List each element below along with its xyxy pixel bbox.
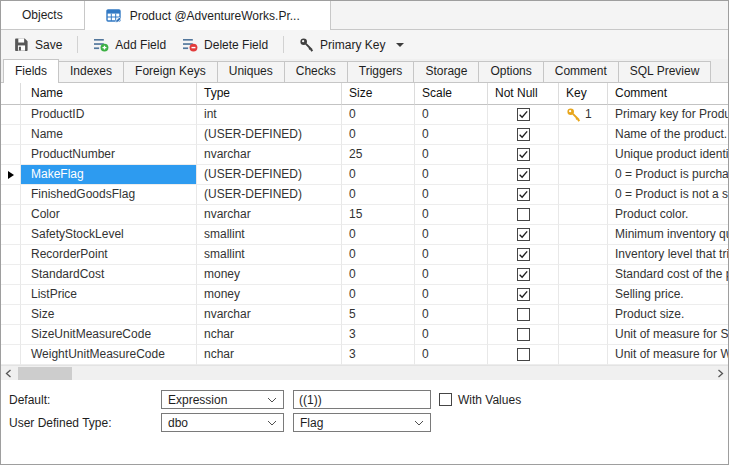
default-value-input[interactable]	[293, 390, 431, 409]
scrollbar-thumb[interactable]	[18, 367, 72, 380]
field-row-makeflag[interactable]: MakeFlag(USER-DEFINED)000 = Product is p…	[1, 165, 728, 185]
field-scale-cell[interactable]: 0	[415, 125, 488, 145]
not-null-checkbox[interactable]	[517, 208, 530, 221]
field-row-weightunitmeasurecode[interactable]: WeightUnitMeasureCodenchar30Unit of meas…	[1, 345, 728, 365]
tab-triggers[interactable]: Triggers	[347, 61, 415, 82]
tab-product-designer[interactable]: Product @AdventureWorks.Pr...	[85, 1, 331, 30]
field-comment-cell[interactable]: Primary key for Product records.	[608, 105, 728, 125]
field-key-cell[interactable]	[559, 245, 608, 265]
primary-key-button[interactable]: Primary Key	[291, 34, 412, 55]
field-comment-cell[interactable]: Name of the product.	[608, 125, 728, 145]
field-scale-cell[interactable]: 0	[415, 145, 488, 165]
field-scale-cell[interactable]: 0	[415, 105, 488, 125]
scroll-right-arrow-icon[interactable]	[713, 366, 728, 380]
field-type-cell[interactable]: smallint	[197, 225, 342, 245]
tab-uniques[interactable]: Uniques	[217, 61, 285, 82]
field-not-null-cell[interactable]	[488, 185, 559, 205]
field-type-cell[interactable]: money	[197, 265, 342, 285]
field-comment-cell[interactable]: Product size.	[608, 305, 728, 325]
not-null-checkbox[interactable]	[517, 328, 530, 341]
field-key-cell[interactable]	[559, 285, 608, 305]
field-key-cell[interactable]	[559, 145, 608, 165]
field-comment-cell[interactable]: Unit of measure for Weight column.	[608, 345, 728, 365]
field-scale-cell[interactable]: 0	[415, 345, 488, 365]
not-null-checkbox[interactable]	[517, 288, 530, 301]
field-name-cell[interactable]: WeightUnitMeasureCode	[21, 345, 197, 365]
field-comment-cell[interactable]: 0 = Product is purchased, 1 = Product is…	[608, 165, 728, 185]
horizontal-scrollbar[interactable]	[1, 365, 728, 380]
field-comment-cell[interactable]: Inventory level that triggers a purchase…	[608, 245, 728, 265]
field-size-cell[interactable]: 3	[342, 325, 415, 345]
with-values-checkbox[interactable]	[439, 393, 452, 406]
field-size-cell[interactable]: 0	[342, 185, 415, 205]
field-name-cell[interactable]: SafetyStockLevel	[21, 225, 197, 245]
field-type-cell[interactable]: (USER-DEFINED)	[197, 165, 342, 185]
field-size-cell[interactable]: 0	[342, 225, 415, 245]
field-type-cell[interactable]: nvarchar	[197, 205, 342, 225]
field-size-cell[interactable]: 0	[342, 125, 415, 145]
tab-checks[interactable]: Checks	[284, 61, 348, 82]
field-scale-cell[interactable]: 0	[415, 305, 488, 325]
field-name-cell[interactable]: Size	[21, 305, 197, 325]
default-mode-dropdown[interactable]: Expression	[161, 390, 284, 409]
field-size-cell[interactable]: 0	[342, 285, 415, 305]
not-null-checkbox[interactable]	[517, 188, 530, 201]
field-key-cell[interactable]	[559, 325, 608, 345]
field-scale-cell[interactable]: 0	[415, 285, 488, 305]
field-not-null-cell[interactable]	[488, 245, 559, 265]
field-name-cell[interactable]: ListPrice	[21, 285, 197, 305]
field-scale-cell[interactable]: 0	[415, 205, 488, 225]
field-name-cell[interactable]: Name	[21, 125, 197, 145]
field-name-cell[interactable]: StandardCost	[21, 265, 197, 285]
field-type-cell[interactable]: int	[197, 105, 342, 125]
field-type-cell[interactable]: (USER-DEFINED)	[197, 185, 342, 205]
field-comment-cell[interactable]: Minimum inventory quantity.	[608, 225, 728, 245]
field-row-safetystocklevel[interactable]: SafetyStockLevelsmallint00Minimum invent…	[1, 225, 728, 245]
field-scale-cell[interactable]: 0	[415, 185, 488, 205]
field-comment-cell[interactable]: 0 = Product is not a salable item. 1 = P…	[608, 185, 728, 205]
field-name-cell[interactable]: ProductNumber	[21, 145, 197, 165]
field-type-cell[interactable]: (USER-DEFINED)	[197, 125, 342, 145]
tab-foreign-keys[interactable]: Foreign Keys	[123, 61, 218, 82]
tab-storage[interactable]: Storage	[413, 61, 479, 82]
field-not-null-cell[interactable]	[488, 205, 559, 225]
field-size-cell[interactable]: 0	[342, 165, 415, 185]
field-name-cell[interactable]: SizeUnitMeasureCode	[21, 325, 197, 345]
tab-fields[interactable]: Fields	[3, 59, 59, 83]
field-scale-cell[interactable]: 0	[415, 165, 488, 185]
field-size-cell[interactable]: 3	[342, 345, 415, 365]
field-comment-cell[interactable]: Unit of measure for Size column.	[608, 325, 728, 345]
field-row-color[interactable]: Colornvarchar150Product color.	[1, 205, 728, 225]
scroll-left-arrow-icon[interactable]	[1, 366, 16, 380]
field-not-null-cell[interactable]	[488, 165, 559, 185]
udt-schema-dropdown[interactable]: dbo	[161, 413, 284, 432]
field-size-cell[interactable]: 15	[342, 205, 415, 225]
field-not-null-cell[interactable]	[488, 305, 559, 325]
delete-field-button[interactable]: Delete Field	[174, 34, 276, 55]
field-row-productnumber[interactable]: ProductNumbernvarchar250Unique product i…	[1, 145, 728, 165]
field-scale-cell[interactable]: 0	[415, 225, 488, 245]
field-key-cell[interactable]	[559, 345, 608, 365]
field-name-cell[interactable]: Color	[21, 205, 197, 225]
field-type-cell[interactable]: money	[197, 285, 342, 305]
field-type-cell[interactable]: nvarchar	[197, 145, 342, 165]
not-null-checkbox[interactable]	[517, 248, 530, 261]
field-scale-cell[interactable]: 0	[415, 265, 488, 285]
field-not-null-cell[interactable]	[488, 105, 559, 125]
field-row-listprice[interactable]: ListPricemoney00Selling price.	[1, 285, 728, 305]
field-name-cell[interactable]: MakeFlag	[21, 165, 197, 185]
tab-sql-preview[interactable]: SQL Preview	[618, 61, 712, 82]
field-type-cell[interactable]: nchar	[197, 325, 342, 345]
field-key-cell[interactable]	[559, 225, 608, 245]
field-scale-cell[interactable]: 0	[415, 245, 488, 265]
field-size-cell[interactable]: 25	[342, 145, 415, 165]
field-row-standardcost[interactable]: StandardCostmoney00Standard cost of the …	[1, 265, 728, 285]
field-key-cell[interactable]	[559, 185, 608, 205]
field-not-null-cell[interactable]	[488, 265, 559, 285]
field-name-cell[interactable]: FinishedGoodsFlag	[21, 185, 197, 205]
field-type-cell[interactable]: nvarchar	[197, 305, 342, 325]
not-null-checkbox[interactable]	[517, 148, 530, 161]
field-size-cell[interactable]: 5	[342, 305, 415, 325]
field-name-cell[interactable]: RecorderPoint	[21, 245, 197, 265]
save-button[interactable]: Save	[6, 34, 70, 55]
